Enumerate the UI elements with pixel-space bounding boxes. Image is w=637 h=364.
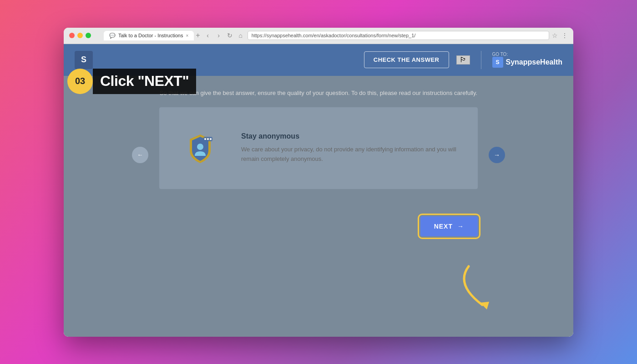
tab-bar: 💬 Talk to a Doctor - Instructions × + bbox=[104, 31, 200, 40]
synappse-logo: GO TO: S SynappseHealth bbox=[492, 52, 562, 68]
forward-button[interactable]: › bbox=[215, 31, 223, 40]
svg-point-4 bbox=[204, 138, 206, 140]
tab-title: Talk to a Doctor - Instructions bbox=[118, 33, 183, 38]
card-description: We care about your privacy, do not provi… bbox=[241, 145, 460, 164]
tab-favicon: 💬 bbox=[109, 33, 116, 39]
synappse-brand: S SynappseHealth bbox=[492, 57, 562, 68]
back-button[interactable]: ‹ bbox=[204, 31, 212, 40]
instruction-text: So that we can give the best answer, ens… bbox=[160, 90, 477, 96]
next-arrow-icon: → bbox=[457, 223, 464, 230]
bottom-row: NEXT → bbox=[159, 216, 478, 236]
synappse-icon: S bbox=[492, 57, 503, 68]
browser-window: 💬 Talk to a Doctor - Instructions × + ‹ … bbox=[64, 28, 573, 337]
card-title: Stay anonymous bbox=[241, 132, 460, 140]
goto-label: GO TO: bbox=[492, 52, 508, 57]
active-tab[interactable]: 💬 Talk to a Doctor - Instructions × bbox=[104, 31, 194, 40]
next-button[interactable]: NEXT → bbox=[420, 216, 478, 236]
traffic-lights bbox=[69, 33, 91, 38]
prev-button[interactable]: ← bbox=[132, 147, 148, 163]
tab-close-icon[interactable]: × bbox=[186, 33, 188, 38]
right-arrow-icon: → bbox=[494, 151, 500, 159]
browser-chrome: 💬 Talk to a Doctor - Instructions × + ‹ … bbox=[64, 28, 573, 44]
curved-arrow-annotation bbox=[446, 262, 528, 312]
app-logo: S bbox=[75, 51, 93, 69]
maximize-button[interactable] bbox=[86, 33, 91, 38]
svg-point-5 bbox=[207, 138, 209, 140]
info-card: Stay anonymous We care about your privac… bbox=[159, 107, 478, 189]
check-answer-label: CHECK THE ANSWER bbox=[374, 56, 440, 63]
new-tab-button[interactable]: + bbox=[196, 31, 200, 40]
address-bar-container: ‹ › ↻ ⌂ ☆ ⋮ bbox=[204, 31, 568, 40]
browser-nav: ‹ › ↻ ⌂ bbox=[204, 31, 245, 40]
refresh-button[interactable]: ↻ bbox=[226, 31, 234, 40]
close-button[interactable] bbox=[69, 33, 75, 38]
next-nav-button[interactable]: → bbox=[489, 147, 505, 163]
app-header: S CHECK THE ANSWER 🏳 GO TO: S SynappseHe… bbox=[64, 44, 573, 76]
logo-letter: S bbox=[81, 55, 86, 65]
address-bar[interactable] bbox=[248, 31, 549, 40]
left-arrow-icon: ← bbox=[137, 151, 143, 158]
menu-icon[interactable]: ⋮ bbox=[561, 32, 568, 39]
card-text: Stay anonymous We care about your privac… bbox=[241, 132, 460, 164]
privacy-shield-icon bbox=[180, 128, 221, 169]
card-wrapper: ← bbox=[159, 107, 478, 203]
svg-marker-7 bbox=[480, 302, 489, 309]
flag-icon: 🏳 bbox=[456, 55, 470, 65]
card-illustration bbox=[177, 125, 223, 171]
divider bbox=[481, 51, 481, 69]
page-wrapper: 💬 Talk to a Doctor - Instructions × + ‹ … bbox=[64, 28, 573, 337]
check-answer-button[interactable]: CHECK THE ANSWER bbox=[364, 51, 449, 68]
browser-actions: ☆ ⋮ bbox=[552, 32, 568, 39]
app-content: So that we can give the best answer, ens… bbox=[64, 76, 573, 337]
next-label: NEXT bbox=[434, 223, 453, 230]
synappse-name: SynappseHealth bbox=[506, 58, 562, 66]
minimize-button[interactable] bbox=[77, 33, 83, 38]
svg-point-6 bbox=[210, 138, 212, 140]
svg-point-2 bbox=[197, 144, 203, 150]
home-button[interactable]: ⌂ bbox=[237, 31, 245, 40]
star-icon[interactable]: ☆ bbox=[552, 32, 558, 39]
